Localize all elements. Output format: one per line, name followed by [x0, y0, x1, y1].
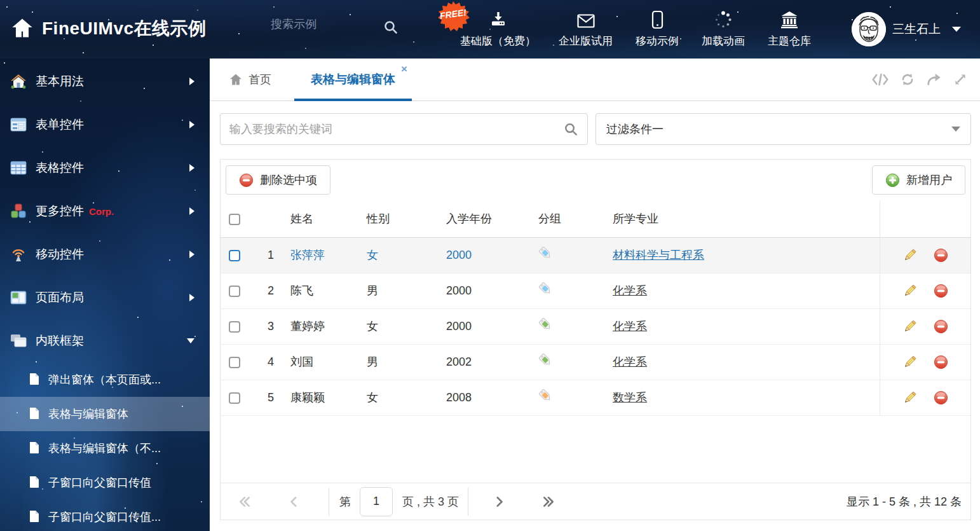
delete-selected-button[interactable]: 删除选中项: [226, 165, 330, 195]
sidebar-subitem-popup-window[interactable]: 弹出窗体（本页面或...: [0, 362, 210, 397]
filter-row: 过滤条件一: [220, 113, 971, 145]
row-major-link[interactable]: 化学系: [613, 284, 647, 297]
last-page-icon[interactable]: [542, 495, 555, 508]
sidebar-item-more-controls[interactable]: 更多控件 Corp.: [0, 190, 210, 233]
sidebar-item-mobile-controls[interactable]: 移动控件: [0, 233, 210, 276]
delete-row-icon[interactable]: [934, 284, 948, 298]
sidebar-item-basic-usage[interactable]: 基本用法: [0, 60, 210, 103]
row-index: 4: [248, 344, 284, 380]
row-checkbox[interactable]: [229, 286, 240, 297]
next-page-icon[interactable]: [493, 495, 505, 508]
sidebar-item-page-layout[interactable]: 页面布局: [0, 276, 210, 319]
refresh-icon[interactable]: [899, 71, 916, 88]
delete-row-icon[interactable]: [934, 390, 948, 405]
keyword-search-input[interactable]: [220, 113, 588, 145]
user-table: 姓名 性别 入学年份 分组 所学专业 1 张萍萍 女 2000: [221, 200, 970, 416]
add-user-button[interactable]: 新增用户: [872, 165, 965, 195]
home-icon: [229, 73, 243, 86]
table-row: 5 康颖颖 女 2008 数学系: [221, 380, 970, 415]
source-code-icon[interactable]: [871, 71, 890, 88]
file-icon: [28, 509, 41, 525]
expand-icon[interactable]: [952, 71, 969, 88]
divider: [468, 488, 468, 516]
row-index: 5: [248, 380, 284, 415]
row-year: 2008: [440, 380, 532, 415]
nav-basic-free[interactable]: 基础版（免费）: [460, 10, 536, 48]
first-page-icon[interactable]: [238, 495, 251, 508]
sidebar-item-inline-frames[interactable]: 内联框架: [0, 319, 210, 362]
row-checkbox[interactable]: [229, 357, 240, 368]
nav-theme-repo[interactable]: 主题仓库: [768, 10, 811, 48]
sidebar-item-form-controls[interactable]: 表单控件: [0, 103, 210, 146]
share-icon[interactable]: [925, 71, 943, 88]
sidebar-subitem-child-to-parent-2[interactable]: 子窗口向父窗口传值...: [0, 500, 210, 531]
nav-mobile-demo[interactable]: 移动示例: [636, 10, 679, 48]
row-major-link[interactable]: 材料科学与工程系: [613, 249, 704, 261]
prev-page-icon[interactable]: [288, 495, 301, 508]
row-major-link[interactable]: 化学系: [613, 320, 647, 333]
nav-label: 企业版试用: [559, 34, 613, 48]
chevron-right-icon: [189, 251, 194, 258]
keyword-search-box: [220, 113, 588, 145]
tab-home[interactable]: 首页: [229, 59, 271, 100]
app-home-icon[interactable]: [10, 17, 34, 41]
spinner-icon: [714, 10, 733, 29]
grid-empty-area: [221, 416, 970, 483]
row-checkbox[interactable]: [229, 250, 240, 261]
tag-icon: [538, 282, 553, 296]
grid-toolbar: 删除选中项 新增用户: [221, 160, 970, 200]
nav-loading-anim[interactable]: 加载动画: [702, 10, 745, 48]
filter-dropdown[interactable]: 过滤条件一: [595, 113, 971, 145]
row-year: 2000: [440, 273, 532, 308]
nav-enterprise-trial[interactable]: 企业版试用: [559, 10, 613, 48]
delete-row-icon[interactable]: [934, 319, 948, 334]
sidebar-subitem-grid-edit-window[interactable]: 表格与编辑窗体: [0, 397, 210, 431]
tab-grid-edit-window[interactable]: 表格与编辑窗体 ×: [294, 59, 412, 100]
edit-pencil-icon[interactable]: [902, 248, 917, 263]
header-search-icon[interactable]: [383, 19, 399, 38]
grid-panel: 删除选中项 新增用户: [220, 159, 971, 520]
row-checkbox[interactable]: [229, 321, 240, 333]
nav-label: 主题仓库: [768, 34, 811, 48]
sidebar-item-grid-controls[interactable]: 表格控件: [0, 146, 210, 190]
row-major-link[interactable]: 数学系: [613, 391, 647, 404]
pagination-bar: 第 页 , 共 3 页 显示 1 - 5 条 , 共 12 条: [221, 483, 970, 520]
table-row: 1 张萍萍 女 2000 材料科学与工程系: [221, 237, 970, 273]
record-summary: 显示 1 - 5 条 , 共 12 条: [847, 494, 970, 509]
row-name: 康颖颖: [284, 380, 360, 415]
tag-icon: [538, 317, 553, 332]
search-icon[interactable]: [563, 121, 579, 140]
edit-pencil-icon[interactable]: [902, 284, 917, 298]
plus-circle-icon: [885, 173, 900, 188]
bank-icon: [780, 10, 799, 29]
sidebar-subitem-grid-edit-window-2[interactable]: 表格与编辑窗体（不...: [0, 431, 210, 465]
delete-row-icon[interactable]: [934, 248, 948, 263]
table-body: 1 张萍萍 女 2000 材料科学与工程系: [221, 237, 970, 415]
app-title: FineUIMvc在线示例: [42, 17, 207, 41]
header-search-input[interactable]: [271, 18, 378, 31]
row-checkbox[interactable]: [229, 392, 240, 404]
row-major-link[interactable]: 化学系: [613, 355, 647, 368]
edit-pencil-icon[interactable]: [902, 355, 917, 369]
delete-row-icon[interactable]: [934, 355, 948, 369]
file-icon: [28, 441, 41, 457]
page-number-input[interactable]: [360, 487, 393, 516]
user-name[interactable]: 三生石上: [892, 21, 941, 38]
close-icon[interactable]: ×: [401, 64, 407, 74]
sidebar-subitem-child-to-parent[interactable]: 子窗口向父窗口传值: [0, 465, 210, 500]
sidebar: 基本用法 表单控件 表: [0, 59, 210, 531]
user-menu-caret-icon[interactable]: [952, 27, 961, 32]
chevron-right-icon: [189, 294, 194, 301]
divider: [329, 488, 329, 516]
row-index: 1: [248, 237, 284, 273]
select-all-checkbox[interactable]: [229, 214, 240, 225]
row-year: 2002: [440, 344, 532, 380]
row-group-cell: [532, 273, 606, 308]
nav-label: 基础版（免费）: [460, 34, 536, 48]
user-avatar[interactable]: [852, 12, 886, 46]
row-group-cell: [532, 237, 606, 273]
row-year: 2000: [440, 308, 532, 344]
edit-pencil-icon[interactable]: [902, 390, 917, 405]
nav-label: 移动示例: [636, 34, 679, 48]
edit-pencil-icon[interactable]: [902, 319, 917, 334]
